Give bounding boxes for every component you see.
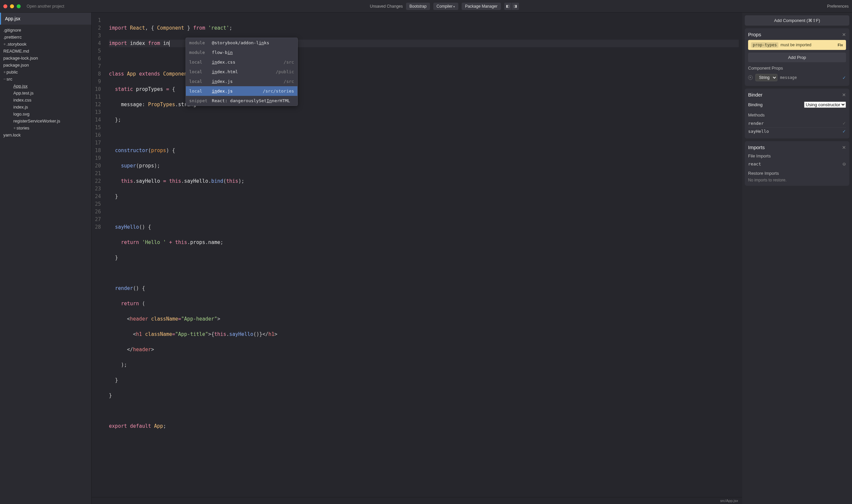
autocomplete-popup[interactable]: module@storybook/addon-linksmoduleflow-b… — [185, 38, 298, 106]
remove-prop-icon[interactable]: ✕ — [748, 75, 753, 80]
prop-row: ✕ String message ✓ — [748, 73, 846, 83]
methods-head: Methods — [748, 112, 846, 118]
warning-text: must be imported — [780, 42, 811, 47]
autocomplete-item[interactable]: localindex.js/src — [186, 76, 298, 86]
prop-type-select[interactable]: String — [756, 74, 777, 81]
file-tree-item[interactable]: src — [0, 76, 91, 83]
panel-right-icon[interactable]: ◨ — [512, 3, 519, 10]
preferences-link[interactable]: Preferences — [827, 4, 849, 8]
prop-name: message — [780, 75, 797, 80]
binder-panel: Binder ✕ Binding Using constructor Metho… — [745, 89, 849, 139]
close-icon[interactable]: ✕ — [842, 145, 846, 150]
check-icon[interactable]: ✓ — [842, 129, 846, 134]
panel-left-icon[interactable]: ◧ — [504, 3, 512, 10]
file-tree-item[interactable]: yarn.lock — [0, 131, 91, 139]
package-manager-button[interactable]: Package Manager — [462, 3, 501, 10]
file-tree-item[interactable]: registerServiceWorker.js — [0, 118, 91, 125]
file-sidebar: App.jsx .gitignore.prettierrc.storybookR… — [0, 13, 92, 504]
file-tree-item[interactable]: .storybook — [0, 41, 91, 48]
fix-button[interactable]: Fix — [838, 43, 843, 47]
file-imports-head: File Imports — [748, 154, 846, 159]
code-editor[interactable]: 1234567891011121314151617181920212223242… — [92, 13, 742, 504]
file-tree-item[interactable]: package.json — [0, 61, 91, 69]
active-file-tab[interactable]: App.jsx — [0, 13, 91, 25]
topbar: Open another project Unsaved Changes Boo… — [0, 0, 852, 13]
editor-statusbar: src/App.jsx — [92, 497, 742, 504]
remove-import-icon[interactable]: ⊖ — [842, 161, 846, 166]
autocomplete-item[interactable]: module@storybook/addon-links — [186, 38, 298, 48]
close-icon[interactable]: ✕ — [842, 32, 846, 37]
import-name: react — [748, 161, 761, 166]
window-minimize[interactable] — [10, 4, 14, 8]
restore-imports-head: Restore Imports — [748, 171, 846, 176]
window-controls — [3, 4, 21, 8]
open-project-link[interactable]: Open another project — [26, 4, 64, 8]
binder-title: Binder — [748, 92, 762, 97]
autocomplete-item[interactable]: snippetReact: dangerouslySetInnerHTML — [186, 96, 298, 106]
unsaved-indicator: Unsaved Changes — [370, 4, 403, 8]
bootstrap-button[interactable]: Bootstrap — [406, 3, 430, 10]
file-tree-item[interactable]: logo.svg — [0, 110, 91, 118]
file-tree-item[interactable]: stories — [0, 125, 91, 131]
props-panel: Props ✕ prop-types must be imported Fix … — [745, 28, 849, 86]
autocomplete-item[interactable]: moduleflow-bin — [186, 48, 298, 57]
file-tree-item[interactable]: index.css — [0, 96, 91, 104]
warning-chip: prop-types — [751, 42, 778, 48]
import-warning: prop-types must be imported Fix — [748, 40, 846, 50]
check-icon[interactable]: ✓ — [842, 75, 846, 80]
compiler-dropdown[interactable]: Compiler — [433, 3, 459, 10]
window-maximize[interactable] — [17, 4, 21, 8]
file-tree-item[interactable]: App.jsx — [0, 83, 91, 90]
check-icon[interactable]: ✓ — [842, 121, 846, 126]
props-title: Props — [748, 32, 761, 37]
autocomplete-item[interactable]: localindex.js/src/stories — [186, 86, 298, 96]
file-tree-item[interactable]: index.js — [0, 104, 91, 110]
add-prop-button[interactable]: Add Prop — [748, 53, 846, 62]
method-row[interactable]: render✓ — [748, 120, 846, 127]
file-tree-item[interactable]: package-lock.json — [0, 55, 91, 61]
restore-imports-msg: No imports to restore. — [748, 178, 846, 182]
method-row[interactable]: sayHello✓ — [748, 127, 846, 135]
file-tree-item[interactable]: App.test.js — [0, 90, 91, 96]
file-tree-item[interactable]: README.md — [0, 48, 91, 55]
component-props-head: Component Props — [748, 66, 846, 71]
binding-label: Binding — [748, 102, 762, 107]
imports-panel: Imports ✕ File Imports react⊖ Restore Im… — [745, 141, 849, 186]
inspector-panel: Add Component (⌘⇧F) Props ✕ prop-types m… — [742, 13, 852, 504]
imports-title: Imports — [748, 144, 765, 150]
line-gutter: 1234567891011121314151617181920212223242… — [92, 13, 106, 497]
add-component-button[interactable]: Add Component (⌘⇧F) — [745, 15, 849, 25]
method-name: sayHello — [748, 129, 769, 134]
code-area[interactable]: import React, { Component } from 'react'… — [106, 13, 742, 497]
method-name: render — [748, 121, 764, 126]
file-tree-item[interactable]: .gitignore — [0, 26, 91, 34]
file-tree: .gitignore.prettierrc.storybookREADME.md… — [0, 25, 91, 141]
file-tree-item[interactable]: public — [0, 69, 91, 76]
window-close[interactable] — [3, 4, 7, 8]
binding-select[interactable]: Using constructor — [804, 102, 846, 108]
import-row: react⊖ — [748, 160, 846, 167]
file-tree-item[interactable]: .prettierrc — [0, 34, 91, 41]
close-icon[interactable]: ✕ — [842, 92, 846, 97]
autocomplete-item[interactable]: localindex.html/public — [186, 67, 298, 76]
autocomplete-item[interactable]: localindex.css/src — [186, 57, 298, 67]
